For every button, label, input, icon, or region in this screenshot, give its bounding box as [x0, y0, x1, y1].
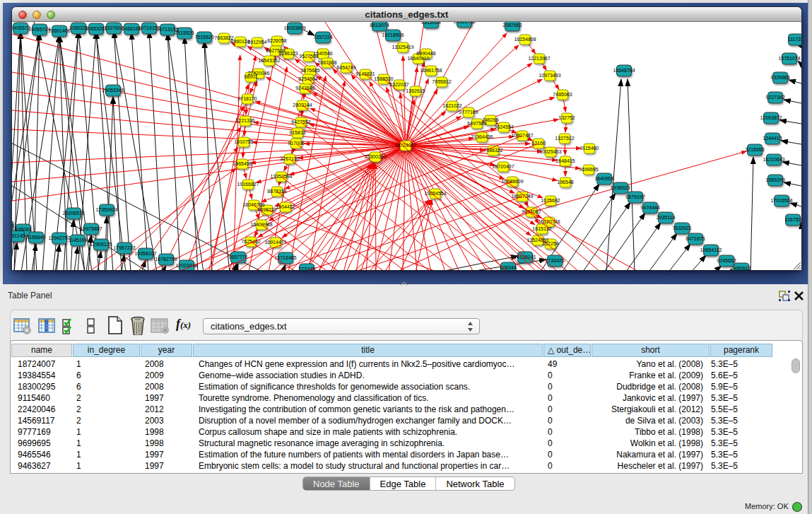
svg-text:1327512: 1327512: [555, 136, 574, 141]
svg-text:7955812: 7955812: [432, 79, 451, 84]
svg-text:196548: 196548: [557, 180, 573, 185]
svg-text:10961768: 10961768: [453, 22, 475, 24]
svg-text:19166827: 19166827: [237, 182, 259, 187]
svg-text:9474444: 9474444: [640, 205, 659, 210]
svg-text:19218506: 19218506: [382, 33, 404, 37]
svg-text:7515526: 7515526: [175, 30, 194, 35]
svg-text:1540546: 1540546: [313, 51, 332, 56]
svg-text:111728: 111728: [788, 37, 801, 42]
svg-text:931845: 931845: [12, 223, 14, 228]
svg-text:18640910: 18640910: [407, 56, 429, 61]
svg-text:1965498: 1965498: [233, 161, 252, 166]
svg-text:17957223: 17957223: [113, 245, 135, 250]
svg-text:9777169: 9777169: [459, 110, 478, 115]
svg-text:16210643: 16210643: [763, 157, 784, 162]
svg-text:4498222: 4498222: [257, 207, 276, 212]
svg-text:9227342: 9227342: [765, 95, 784, 100]
svg-text:8912954: 8912954: [247, 40, 266, 45]
svg-text:1362615: 1362615: [406, 88, 425, 93]
svg-text:10958107: 10958107: [134, 251, 156, 256]
svg-text:21364436: 21364436: [471, 134, 493, 139]
svg-text:16782759: 16782759: [155, 257, 177, 262]
svg-text:1621022: 1621022: [442, 103, 461, 108]
svg-text:20206578: 20206578: [62, 211, 84, 216]
svg-text:1145194: 1145194: [69, 238, 88, 243]
svg-text:9084067: 9084067: [522, 209, 541, 214]
svg-text:12213967: 12213967: [528, 56, 550, 61]
svg-text:12093872: 12093872: [760, 115, 782, 120]
svg-text:6879197: 6879197: [625, 194, 645, 199]
svg-text:17016504: 17016504: [770, 198, 792, 203]
svg-text:8254604: 8254604: [298, 76, 317, 81]
svg-text:1733426: 1733426: [545, 258, 564, 263]
svg-text:10025453: 10025453: [539, 149, 561, 154]
svg-text:915812: 915812: [289, 130, 305, 135]
svg-text:16543362: 16543362: [258, 58, 280, 63]
svg-text:7632621: 7632621: [672, 226, 691, 230]
svg-text:10807487: 10807487: [511, 133, 533, 138]
svg-text:2935114: 2935114: [657, 215, 676, 220]
svg-text:1244415: 1244415: [763, 136, 782, 141]
svg-text:828344: 828344: [500, 265, 516, 270]
svg-text:19384554: 19384554: [424, 191, 446, 196]
svg-text:3875685: 3875685: [300, 68, 319, 73]
svg-text:3624554: 3624554: [494, 124, 513, 129]
svg-text:9115460: 9115460: [580, 146, 599, 151]
svg-text:1327602: 1327602: [104, 25, 123, 30]
svg-text:9245652: 9245652: [717, 258, 736, 263]
svg-text:2718170: 2718170: [237, 96, 257, 101]
svg-text:16154808: 16154808: [514, 37, 536, 42]
svg-text:16961758: 16961758: [420, 68, 442, 73]
svg-text:2405572: 2405572: [12, 25, 30, 30]
svg-text:16120746: 16120746: [538, 219, 560, 224]
svg-text:8878334: 8878334: [267, 189, 286, 194]
svg-text:9329966: 9329966: [770, 75, 789, 80]
svg-text:8226058: 8226058: [267, 38, 286, 43]
svg-text:1904412: 1904412: [276, 204, 295, 209]
svg-text:17359924: 17359924: [95, 207, 117, 212]
svg-text:9146821: 9146821: [355, 71, 375, 76]
svg-text:3267130: 3267130: [280, 156, 299, 161]
svg-text:20691406: 20691406: [48, 28, 70, 33]
svg-text:835061: 835061: [15, 227, 31, 232]
svg-text:16409948: 16409948: [250, 222, 272, 227]
svg-text:9450612: 9450612: [731, 266, 751, 270]
svg-text:8471676: 8471676: [686, 236, 705, 241]
svg-text:8186323: 8186323: [278, 51, 298, 56]
svg-text:1221336: 1221336: [235, 118, 254, 123]
svg-text:12942757: 12942757: [48, 235, 70, 240]
svg-text:16648784: 16648784: [613, 68, 635, 73]
svg-text:8938923: 8938923: [611, 185, 630, 190]
svg-text:15720407: 15720407: [492, 164, 514, 169]
svg-text:116753: 116753: [785, 217, 801, 222]
svg-text:8813074: 8813074: [370, 23, 389, 28]
svg-text:7515520: 7515520: [194, 35, 213, 40]
svg-text:8313054: 8313054: [421, 22, 440, 25]
svg-text:62160: 62160: [531, 141, 546, 146]
svg-text:746266: 746266: [482, 117, 498, 122]
svg-text:1010755: 1010755: [234, 139, 253, 144]
svg-text:15751074: 15751074: [778, 56, 800, 61]
svg-text:132752: 132752: [558, 115, 575, 120]
svg-text:8454749: 8454749: [336, 65, 355, 70]
svg-text:1156849: 1156849: [27, 235, 46, 240]
svg-text:12905135: 12905135: [90, 242, 112, 247]
svg-text:1589299: 1589299: [765, 177, 784, 182]
svg-text:8990448: 8990448: [416, 51, 435, 56]
svg-text:917006: 917006: [288, 141, 304, 146]
svg-text:391145: 391145: [12, 233, 25, 238]
svg-text:10973493: 10973493: [539, 73, 560, 78]
svg-text:16033809: 16033809: [283, 25, 305, 30]
svg-text:29053346: 29053346: [102, 88, 124, 93]
svg-text:9242848: 9242848: [295, 86, 314, 90]
svg-text:2087662: 2087662: [502, 23, 522, 28]
svg-text:9657771: 9657771: [228, 255, 247, 259]
svg-text:10975887: 10975887: [80, 226, 102, 231]
svg-text:7986322: 7986322: [483, 148, 502, 153]
svg-text:24055724: 24055724: [28, 27, 50, 32]
svg-text:7357224: 7357224: [313, 35, 332, 40]
svg-text:2648415: 2648415: [555, 158, 575, 163]
svg-text:16046766: 16046766: [242, 202, 264, 207]
svg-text:1640954: 1640954: [594, 176, 613, 181]
svg-text:10654112: 10654112: [700, 247, 722, 252]
